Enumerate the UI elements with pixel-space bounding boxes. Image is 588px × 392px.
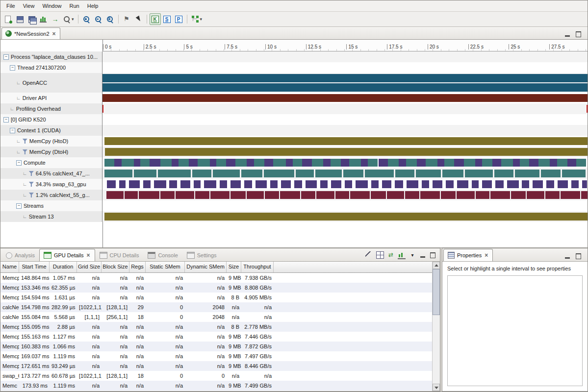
interval-bar[interactable] [104, 213, 588, 220]
timeline-track[interactable] [102, 168, 588, 179]
select-tool-button[interactable] [133, 13, 144, 25]
interval-bar[interactable] [446, 180, 454, 188]
tree-item-compute[interactable]: −Compute [0, 157, 102, 168]
interval-bar[interactable] [331, 159, 341, 167]
interval-bar[interactable] [582, 180, 587, 188]
interval-bar[interactable] [576, 159, 586, 167]
column-header-dynamic-smem[interactable]: Dynamic SMem [185, 262, 227, 272]
interval-bar[interactable] [160, 159, 172, 167]
session-tab[interactable]: *NewSession2 × [1, 27, 60, 39]
interval-bar[interactable] [368, 159, 378, 167]
interval-bar[interactable] [216, 159, 226, 167]
timeline-track[interactable] [102, 200, 588, 211]
interval-bar[interactable] [331, 180, 341, 188]
interval-bar[interactable] [125, 191, 138, 199]
interval-bar[interactable] [395, 170, 414, 177]
interval-bar[interactable] [454, 159, 464, 167]
tab-cpu-details[interactable]: CPU Details [95, 249, 144, 261]
interval-bar[interactable] [382, 180, 392, 188]
interval-bar[interactable] [296, 170, 314, 177]
column-header-regs[interactable]: Regs [129, 262, 146, 272]
filter-icon[interactable] [23, 139, 27, 144]
tree-item-profiling-overhead[interactable]: ∟Profiling Overhead [0, 103, 102, 114]
interval-bar[interactable] [399, 159, 406, 167]
gpu-table-row[interactable]: Memcp169.037 ms1.119 msn/an/an/an/an/a9 … [0, 351, 440, 361]
interval-bar[interactable] [107, 180, 116, 188]
gpu-table-row[interactable]: Memcp153.346 ms62.355 µsn/an/an/an/an/a9… [0, 283, 440, 293]
scrollbar-track[interactable] [433, 269, 440, 384]
interval-bar[interactable] [119, 180, 126, 188]
zoom-out-button[interactable] [93, 13, 104, 25]
gpu-table-row[interactable]: Memcp148.864 ms1.057 msn/an/an/an/an/a9 … [0, 273, 440, 283]
interval-bar[interactable] [395, 180, 403, 188]
scrollbar-thumb[interactable] [433, 269, 440, 315]
interval-bar[interactable] [192, 170, 211, 177]
menu-view[interactable]: View [19, 2, 39, 10]
interval-bar[interactable] [388, 159, 399, 167]
interval-bar[interactable] [387, 191, 405, 199]
timeline-track[interactable] [102, 147, 588, 157]
timeline-track[interactable] [102, 125, 588, 136]
interval-bar[interactable] [320, 180, 328, 188]
collapse-toggle-icon[interactable]: − [10, 128, 15, 133]
timeline-track[interactable] [102, 103, 588, 114]
column-header-size[interactable]: Size [227, 262, 241, 272]
interval-bar[interactable] [104, 159, 114, 167]
tree-item-openacc[interactable]: ∟OpenACC [0, 73, 102, 93]
analysis-mode-button[interactable]: ▾ [190, 13, 204, 25]
gpu-table-row[interactable]: Memcp155.095 ms2.88 µsn/an/an/an/an/a8 B… [0, 322, 440, 332]
save-all-button[interactable] [26, 13, 37, 25]
interval-bar[interactable] [422, 180, 429, 188]
interval-bar[interactable] [490, 191, 510, 199]
timeline-track[interactable] [102, 73, 588, 93]
new-session-button[interactable] [2, 13, 14, 25]
save-button[interactable] [14, 13, 26, 25]
interval-bar[interactable] [102, 83, 588, 92]
gpu-table-row[interactable]: Memcp179.163 ms1.073 msn/an/an/an/an/a9 … [0, 391, 440, 391]
interval-bar[interactable] [520, 159, 530, 167]
collapse-toggle-icon[interactable]: − [3, 54, 9, 60]
interval-bar[interactable] [220, 180, 227, 188]
interval-bar[interactable] [341, 159, 350, 167]
interval-bar[interactable] [189, 159, 198, 167]
timeline-track[interactable] [102, 190, 588, 200]
interval-bar[interactable] [230, 191, 246, 199]
filter-icon[interactable] [23, 149, 27, 154]
interval-bar[interactable] [104, 137, 588, 145]
vertical-scrollbar[interactable] [432, 262, 440, 391]
interval-bar[interactable] [143, 180, 151, 188]
collapse-toggle-icon[interactable]: − [16, 160, 22, 166]
interval-bar[interactable] [235, 159, 247, 167]
maximize-button[interactable] [575, 253, 582, 259]
interval-bar[interactable] [545, 191, 560, 199]
interval-bar[interactable] [406, 159, 417, 167]
interval-bar[interactable] [301, 191, 316, 199]
report-button[interactable] [38, 13, 49, 25]
interval-bar[interactable] [106, 191, 124, 199]
collapse-toggle-icon[interactable]: − [10, 65, 15, 71]
timeline-track[interactable] [102, 157, 588, 168]
interval-bar[interactable] [492, 159, 501, 167]
interval-bar[interactable] [270, 180, 278, 188]
tree-item-driver-api[interactable]: ∟Driver API [0, 93, 102, 103]
interval-bar[interactable] [371, 180, 379, 188]
timeline-track[interactable] [102, 51, 588, 62]
interval-bar[interactable] [507, 180, 519, 188]
interval-bar[interactable] [343, 170, 364, 177]
tab-console[interactable]: Console [143, 249, 182, 261]
interval-bar[interactable] [158, 170, 191, 177]
interval-bar[interactable] [482, 159, 492, 167]
interval-bar[interactable] [426, 159, 438, 167]
interval-bar[interactable] [102, 94, 588, 102]
interval-bar[interactable] [515, 170, 539, 177]
interval-bar[interactable] [365, 170, 394, 177]
interval-bar[interactable] [105, 148, 588, 156]
column-header-grid-size[interactable]: Grid Size [77, 262, 102, 272]
source-view-button[interactable]: S [161, 13, 173, 25]
interval-bar[interactable] [210, 159, 217, 167]
interval-bar[interactable] [244, 180, 252, 188]
interval-bar[interactable] [176, 191, 194, 199]
interval-bar[interactable] [315, 170, 341, 177]
tab-analysis[interactable]: Analysis [1, 249, 39, 261]
interval-bar[interactable] [294, 180, 303, 188]
